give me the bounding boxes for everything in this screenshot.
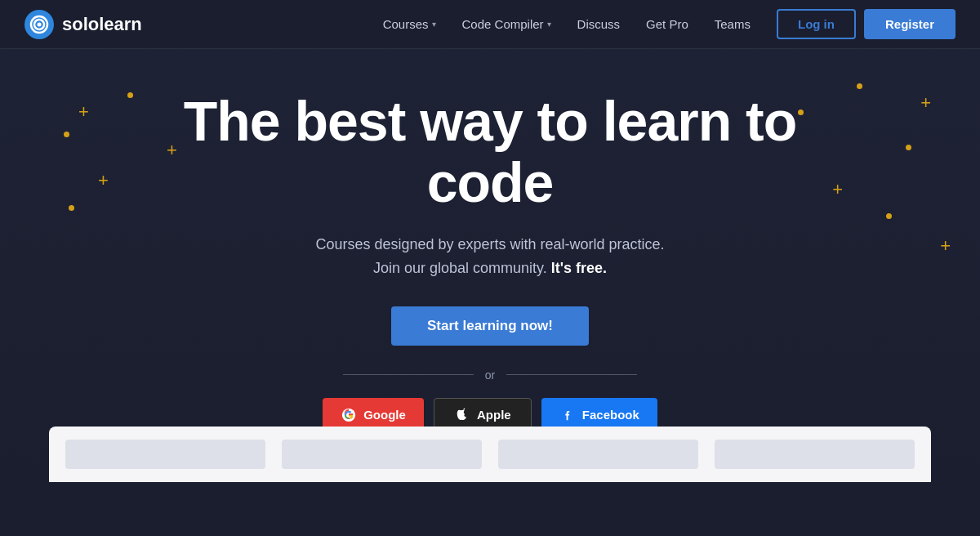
or-divider: or	[343, 368, 637, 382]
or-line-left	[343, 374, 474, 375]
nav-courses[interactable]: Courses ▾	[373, 12, 446, 36]
card-strip	[49, 427, 931, 482]
deco-plus-6: +	[940, 235, 951, 257]
or-line-right	[506, 374, 637, 375]
hero-subtitle: Courses designed by experts with real-wo…	[315, 233, 664, 280]
courses-chevron-icon: ▾	[432, 20, 436, 29]
logo[interactable]: sololearn	[24, 10, 142, 39]
nav-get-pro[interactable]: Get Pro	[636, 12, 698, 36]
deco-plus-4: +	[920, 92, 931, 114]
card-placeholder-2	[282, 440, 482, 469]
deco-dot-1	[127, 92, 133, 98]
google-icon	[341, 407, 357, 423]
card-placeholder-4	[715, 440, 915, 469]
google-label: Google	[363, 408, 406, 422]
logo-text: sololearn	[62, 14, 142, 35]
deco-dot-5	[906, 145, 911, 150]
hero-section: + + + + + + The best way to learn to cod…	[0, 49, 980, 482]
svg-point-1	[38, 22, 42, 26]
deco-plus-2: +	[98, 170, 109, 191]
deco-dot-4	[857, 83, 862, 89]
nav-links: Courses ▾ Code Compiler ▾ Discuss Get Pr…	[373, 12, 760, 36]
deco-dot-3	[69, 205, 74, 211]
or-text: or	[485, 368, 495, 382]
deco-plus-5: +	[832, 179, 843, 200]
deco-plus-1: +	[78, 101, 89, 123]
apple-icon	[454, 407, 470, 423]
hero-title: The best way to learn to code	[163, 91, 817, 213]
hero-free-text: It's free.	[551, 260, 607, 276]
facebook-icon	[559, 407, 576, 423]
facebook-label: Facebook	[582, 408, 639, 422]
card-placeholder-1	[65, 440, 265, 469]
sololearn-logo-icon	[24, 10, 54, 39]
navbar: sololearn Courses ▾ Code Compiler ▾ Disc…	[0, 0, 980, 49]
register-button[interactable]: Register	[864, 9, 956, 39]
deco-dot-6	[886, 213, 892, 219]
start-learning-button[interactable]: Start learning now!	[391, 306, 589, 346]
card-placeholder-3	[498, 440, 698, 469]
nav-teams[interactable]: Teams	[705, 12, 760, 36]
nav-code-compiler[interactable]: Code Compiler ▾	[452, 12, 561, 36]
login-button[interactable]: Log in	[777, 9, 856, 39]
nav-discuss[interactable]: Discuss	[568, 12, 630, 36]
apple-label: Apple	[477, 408, 511, 422]
compiler-chevron-icon: ▾	[547, 20, 551, 29]
deco-dot-2	[64, 132, 69, 137]
